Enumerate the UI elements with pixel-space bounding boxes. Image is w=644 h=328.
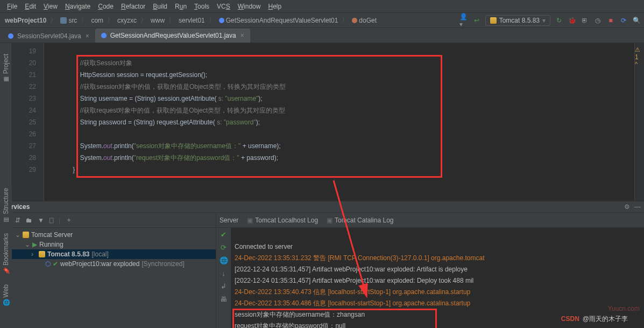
print-icon[interactable]: 🖶 [220, 295, 228, 303]
close-icon[interactable]: × [86, 32, 89, 40]
services-toolbar: ⇵ 🖿 ▼ ⎕ | ＋ [12, 213, 216, 228]
tree-artifact[interactable]: ⬡✔ webProject10:war exploded [Synchroniz… [15, 259, 213, 269]
back-icon[interactable]: ↩ [472, 16, 481, 25]
bc-www[interactable]: www [149, 17, 166, 24]
services-tree: ⇵ 🖿 ▼ ⎕ | ＋ ⌄ Tomcat Server ⌄▶ Running ›… [12, 213, 216, 328]
filter-icon[interactable]: ▼ [38, 217, 44, 224]
profile-icon[interactable]: ◷ [593, 16, 602, 25]
tab-localhost-log[interactable]: ▣Tomcat Localhost Log [247, 217, 318, 224]
menu-bar: FFileile Edit View Navigate Code Refacto… [0, 0, 644, 13]
services-bar: Services ⚙ — [0, 201, 644, 213]
coverage-icon[interactable]: ⛨ [581, 16, 589, 25]
bc-com[interactable]: com [89, 17, 105, 24]
user-icon[interactable]: 👤▾ [459, 16, 468, 25]
menu-refactor[interactable]: Refactor [117, 3, 149, 10]
console-rail: ✔ ⟳ 🌐 ↓ ↲ 🖶 [216, 228, 231, 328]
run-config-select[interactable]: Tomcat 8.5.83 ▾ [485, 15, 550, 26]
update-icon[interactable]: ⟳ [619, 16, 628, 25]
run-config-label: Tomcat 8.5.83 [499, 17, 540, 24]
tomcat-icon [23, 232, 29, 238]
sidebar-project[interactable]: ▦ Project [2, 54, 10, 83]
wrap-icon[interactable]: ↲ [220, 282, 228, 290]
scroll-icon[interactable]: ↓ [220, 269, 228, 277]
left-bottom-rail: ▤ Structure 🔖 Bookmarks 🌐 Web [0, 188, 12, 328]
editor-tabs: SessionServlet04.java× GetSessionAndRequ… [0, 28, 644, 43]
services-panel: ↻ ▶ 🐞 ■ ⋮ ⇵ 🖿 ▼ ⎕ | ＋ ⌄ Tomcat Server ⌄▶… [0, 213, 644, 328]
menu-build[interactable]: Build [149, 3, 171, 10]
sidebar-structure[interactable]: ▤ Structure [2, 188, 10, 224]
update-icon[interactable]: ⟳ [220, 243, 228, 252]
tree-running[interactable]: ⌄▶ Running [15, 240, 213, 249]
layout-icon[interactable]: ⎕ [49, 217, 53, 224]
menu-edit[interactable]: Edit [21, 3, 40, 10]
tab-catalina-log[interactable]: ▣Tomcat Catalina Log [327, 217, 393, 224]
menu-window[interactable]: Window [234, 3, 265, 10]
menu-vcs[interactable]: VCS [213, 3, 234, 10]
gear-icon[interactable]: ⚙ [624, 203, 630, 211]
tree-icon[interactable]: 🖿 [26, 217, 32, 224]
gutter: 192021 222324 252627 2829 [12, 43, 44, 201]
bc-servlet01[interactable]: servlet01 [177, 17, 207, 24]
tomcat-icon [490, 17, 497, 24]
menu-help[interactable]: Help [264, 3, 285, 10]
console-output[interactable]: Connected to server24-Dec-2022 13:35:31.… [231, 228, 644, 328]
tab-getsession[interactable]: GetSessionAndRequestValueServlet01.java× [95, 29, 250, 43]
add-icon[interactable]: ＋ [66, 215, 72, 225]
sidebar-web[interactable]: 🌐 Web [2, 284, 10, 306]
right-gutter: ⚠ 1 ^ [634, 43, 644, 201]
menu-code[interactable]: Code [94, 3, 117, 10]
sidebar-bookmarks[interactable]: 🔖 Bookmarks [2, 233, 10, 275]
menu-run[interactable]: Run [171, 3, 190, 10]
toolbar-right: 👤▾ ↩ Tomcat 8.5.83 ▾ ↻ 🐞 ⛨ ◷ ■ ⟳ 🔍 [459, 15, 641, 26]
close-icon[interactable]: × [240, 32, 244, 39]
csdn-watermark: CSDN@雨天的木子李 [561, 314, 628, 324]
bc-class[interactable]: GetSessionAndRequestValueServlet01 [217, 17, 340, 24]
bc-cxyzxc[interactable]: cxyzxc [116, 17, 138, 24]
bc-method[interactable]: doGet [350, 17, 378, 24]
nav-bar: webProject10〉 src〉 com〉 cxyzxc〉 www〉 ser… [0, 13, 644, 28]
menu-view[interactable]: View [40, 3, 61, 10]
tomcat-icon [39, 251, 45, 257]
breadcrumb: webProject10〉 src〉 com〉 cxyzxc〉 www〉 ser… [3, 16, 378, 25]
annotation-box [232, 309, 437, 328]
tree-config[interactable]: › Tomcat 8.5.83 [local] [12, 249, 216, 259]
code-editor[interactable]: //获取Session对象 HttpSession session = requ… [44, 43, 634, 201]
menu-tools[interactable]: Tools [190, 3, 213, 10]
stop-icon[interactable]: ■ [606, 16, 615, 25]
services-right: Server ▣Tomcat Localhost Log ▣Tomcat Cat… [216, 213, 644, 328]
rerun-icon[interactable]: ↻ [555, 16, 563, 25]
search-icon[interactable]: 🔍 [632, 16, 641, 25]
editor-area: ▦ Project 192021 222324 252627 2829 //获取… [0, 43, 644, 201]
menu-file[interactable]: FFileile [3, 3, 21, 10]
menu-navigate[interactable]: Navigate [61, 3, 94, 10]
console-tabs: Server ▣Tomcat Localhost Log ▣Tomcat Cat… [216, 213, 644, 228]
bc-project[interactable]: webProject10 [3, 17, 48, 24]
tab-sessionservlet04[interactable]: SessionServlet04.java× [2, 29, 95, 43]
browser-icon[interactable]: 🌐 [220, 256, 228, 264]
left-tool-rail: ▦ Project [0, 43, 12, 201]
bc-src[interactable]: src [59, 17, 79, 24]
tree-root[interactable]: ⌄ Tomcat Server [15, 230, 213, 240]
debug-icon[interactable]: 🐞 [568, 16, 576, 25]
minimize-icon[interactable]: — [634, 203, 641, 211]
expand-icon[interactable]: ⇵ [15, 217, 20, 224]
watermark: Yuucn.com [608, 303, 640, 315]
tab-server[interactable]: Server [220, 217, 238, 224]
ok-icon[interactable]: ✔ [220, 230, 228, 239]
console: ✔ ⟳ 🌐 ↓ ↲ 🖶 Connected to server24-Dec-20… [216, 228, 644, 328]
warning-indicator[interactable]: ⚠ 1 ^ [635, 46, 642, 67]
